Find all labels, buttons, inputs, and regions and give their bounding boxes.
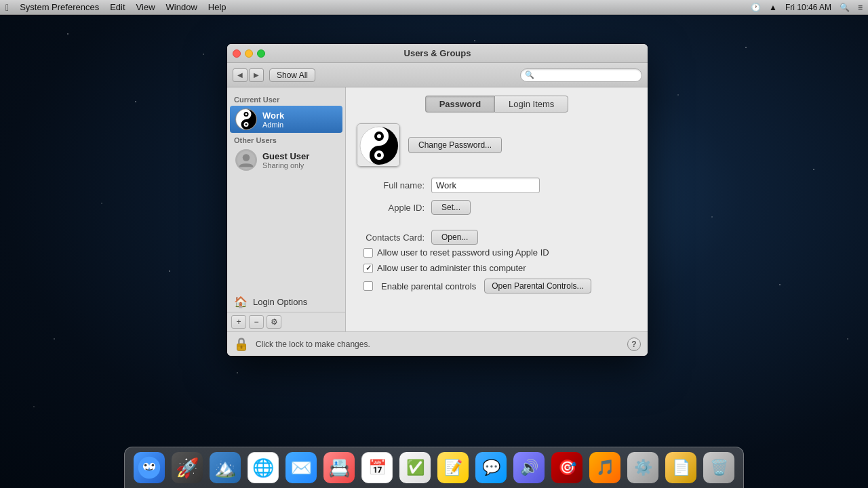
user-avatar-large[interactable] [357,123,400,167]
profile-section: Change Password... [357,123,637,167]
forward-button[interactable]: ▶ [249,68,264,82]
work-user-name: Work [262,110,284,121]
work-user-role: Admin [262,121,284,129]
parental-row: Enable parental controls Open Parental C… [363,279,637,293]
dock-item-notes[interactable]: 📝 [435,450,471,485]
dock-item-calendar[interactable]: 📅 [359,450,395,485]
menubar-window[interactable]: Window [166,2,197,12]
svg-point-3 [245,113,248,115]
dock-item-launchpad[interactable]: 🚀 [170,450,205,485]
menubar-view[interactable]: View [136,2,155,12]
window-title: Users & Groups [404,48,471,58]
window-toolbar: ◀ ▶ Show All 🔍 [227,63,648,87]
full-name-label: Full name: [357,180,425,190]
set-apple-id-button[interactable]: Set... [431,200,471,215]
window-titlebar: Users & Groups [227,44,648,63]
show-all-button[interactable]: Show All [269,68,315,82]
sidebar-item-guest[interactable]: Guest User Sharing only [230,146,342,174]
dock-item-sysprefs[interactable]: ⚙️ [625,450,660,485]
change-password-button[interactable]: Change Password... [408,137,502,153]
back-button[interactable]: ◀ [233,68,248,82]
work-avatar [235,108,257,130]
full-name-input[interactable] [431,178,540,193]
menubar-right: 🕐 ▲ Fri 10:46 AM 🔍 ≡ [751,3,863,12]
sidebar: Current User Wor [227,87,346,331]
menubar-edit[interactable]: Edit [110,2,125,12]
admin-label: Allow user to administer this computer [377,263,526,273]
menubar-clock-icon: 🕐 [751,3,761,12]
lock-icon[interactable] [234,337,249,352]
dock-item-safari[interactable]: 🌐 [245,450,281,485]
dock-item-audio[interactable]: 🔊 [511,450,547,485]
admin-checkbox[interactable] [363,264,373,273]
menubar-help[interactable]: Help [208,2,226,12]
current-user-label: Current User [227,93,345,105]
dock-item-docs[interactable]: 📄 [663,450,698,485]
traffic-lights [233,49,265,58]
menubar-search-icon[interactable]: 🔍 [840,3,850,12]
parental-label: Enable parental controls [381,281,476,291]
menubar-timemachine-icon: ▲ [769,3,777,12]
svg-point-4 [245,123,248,125]
menubar-time: Fri 10:46 AM [785,3,831,12]
full-name-row: Full name: [357,178,637,193]
tab-login-items[interactable]: Login Items [494,96,568,113]
desktop:  System Preferences Edit View Window He… [0,0,868,488]
dock-item-photos[interactable]: 🏔️ [208,450,243,485]
users-groups-window: Users & Groups ◀ ▶ Show All 🔍 Current Us… [227,44,648,356]
reset-password-row: Allow user to reset password using Apple… [363,247,637,258]
minimize-button[interactable] [245,49,253,58]
other-users-label: Other Users [227,134,345,146]
guest-user-role: Sharing only [262,161,309,169]
dock-item-finder[interactable] [132,450,167,485]
nav-buttons: ◀ ▶ [233,68,264,82]
open-parental-button[interactable]: Open Parental Controls... [484,279,591,293]
help-button[interactable]: ? [627,338,641,351]
dock-item-trash[interactable]: 🗑️ [701,450,736,485]
apple-menu[interactable]:  [5,2,9,13]
parental-checkbox[interactable] [363,281,373,291]
dock-item-reminders[interactable]: ✅ [397,450,433,485]
close-button[interactable] [233,49,241,58]
remove-user-button[interactable]: − [249,315,264,329]
dock-item-mail[interactable]: ✉️ [283,450,319,485]
dock-item-messages[interactable]: 💬 [473,450,509,485]
dock-item-itunes[interactable]: 🎵 [587,450,623,485]
main-content: Password Login Items [346,87,648,331]
login-options-label: Login Options [253,297,307,307]
svg-point-6 [243,154,250,161]
menubar-left:  System Preferences Edit View Window He… [5,2,226,13]
sidebar-item-work[interactable]: Work Admin [230,106,342,133]
menubar-app-name[interactable]: System Preferences [20,2,99,12]
guest-user-name: Guest User [262,151,309,161]
sidebar-bottom-bar: + − ⚙ [227,312,345,331]
search-input[interactable] [536,70,637,80]
apple-id-label: Apple ID: [357,203,425,213]
house-icon: 🏠 [234,296,248,308]
apple-id-row: Apple ID: Set... [357,200,637,215]
svg-point-20 [152,464,155,467]
guest-user-info: Guest User Sharing only [262,151,309,169]
guest-avatar-icon [237,150,256,169]
reset-password-checkbox[interactable] [363,248,373,258]
svg-rect-15 [241,345,243,348]
svg-point-11 [377,134,381,138]
finder-icon [137,455,161,480]
open-contacts-button[interactable]: Open... [431,230,478,245]
contacts-row: Contacts Card: Open... [357,230,637,245]
svg-point-16 [138,457,160,479]
search-box: 🔍 [520,68,642,82]
login-options-item[interactable]: 🏠 Login Options [227,292,345,312]
menubar-notif-icon[interactable]: ≡ [858,3,863,12]
guest-avatar [235,149,257,171]
maximize-button[interactable] [257,49,265,58]
add-user-button[interactable]: + [231,315,246,329]
dock-item-dashboard[interactable]: 🎯 [549,450,585,485]
work-user-info: Work Admin [262,110,284,129]
yin-yang-large-icon [357,124,400,167]
user-settings-button[interactable]: ⚙ [267,315,281,329]
window-body: Current User Wor [227,87,648,331]
dock-item-addressbook[interactable]: 📇 [321,450,357,485]
svg-point-12 [377,153,381,157]
tab-password[interactable]: Password [425,96,494,113]
